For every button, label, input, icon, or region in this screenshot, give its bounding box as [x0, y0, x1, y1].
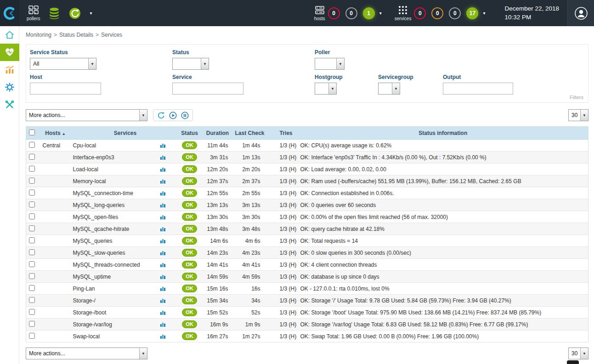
breadcrumb-item-services[interactable]: Services	[101, 32, 122, 38]
poller-dropdown-chevron-icon[interactable]: ▾	[90, 11, 92, 16]
service-link[interactable]: Cpu-local	[73, 142, 96, 149]
service-link[interactable]: MySQL_queries	[73, 238, 113, 244]
more-actions-select-top[interactable]: More actions... ▼	[26, 109, 147, 121]
output-input[interactable]	[443, 83, 513, 95]
row-checkbox[interactable]	[29, 202, 35, 207]
sidebar-item-administration[interactable]	[0, 96, 19, 113]
pollers-menu[interactable]: pollers	[27, 5, 40, 21]
service-graph-icon[interactable]	[160, 286, 166, 291]
select-all-checkbox[interactable]	[29, 129, 35, 135]
pause-button-icon[interactable]	[181, 112, 189, 119]
row-checkbox[interactable]	[29, 297, 35, 303]
service-graph-icon[interactable]	[160, 154, 166, 160]
services-menu[interactable]: services	[395, 5, 412, 21]
host-input[interactable]	[30, 83, 101, 95]
servicegroup-select[interactable]: ▼	[378, 83, 400, 95]
row-checkbox[interactable]	[29, 225, 35, 231]
service-link[interactable]: MySQL_long-queries	[73, 202, 125, 208]
service-link[interactable]: Ping-Lan	[73, 286, 95, 292]
services-counter-critical[interactable]: 0	[414, 7, 426, 19]
status-select[interactable]: ▼	[172, 58, 209, 70]
poller-select[interactable]: ▼	[315, 58, 345, 70]
service-link[interactable]: MySQL_slow-queries	[73, 250, 125, 256]
row-checkbox[interactable]	[29, 154, 35, 160]
header-status-information[interactable]: Status information	[298, 127, 588, 140]
poller-latency-status[interactable]	[68, 7, 81, 20]
services-counter-warning[interactable]: 0	[431, 7, 443, 19]
row-checkbox[interactable]	[29, 261, 35, 267]
service-link[interactable]: Storage-/	[73, 297, 96, 304]
scroll-top-button[interactable]	[567, 360, 579, 364]
service-status-select[interactable]: All ▼	[30, 58, 96, 70]
service-graph-icon[interactable]	[160, 202, 166, 208]
service-link[interactable]: MySQL_threads-connected	[73, 262, 140, 268]
row-checkbox[interactable]	[29, 249, 35, 255]
database-status[interactable]	[48, 7, 60, 20]
service-link[interactable]: MySQL_uptime	[73, 274, 111, 280]
user-menu[interactable]	[567, 0, 594, 26]
row-checkbox[interactable]	[29, 333, 35, 339]
service-link[interactable]: MySQL_connection-time	[73, 190, 133, 196]
service-graph-icon[interactable]	[160, 250, 166, 256]
service-graph-icon[interactable]	[160, 238, 166, 244]
header-status[interactable]: Status	[178, 127, 202, 140]
service-graph-icon[interactable]	[160, 214, 166, 220]
service-graph-icon[interactable]	[160, 190, 166, 196]
row-checkbox[interactable]	[29, 142, 35, 148]
page-size-select-top[interactable]: 30 ▼	[568, 109, 588, 121]
hosts-dropdown-chevron-icon[interactable]: ▾	[379, 11, 382, 16]
service-graph-icon[interactable]	[160, 178, 166, 184]
more-actions-select-bottom[interactable]: More actions... ▼	[26, 347, 147, 359]
service-graph-icon[interactable]	[160, 262, 166, 268]
host-cell[interactable]: Central	[38, 140, 73, 151]
breadcrumb-item-status-details[interactable]: Status Details	[59, 32, 93, 38]
header-duration[interactable]: Duration	[202, 127, 234, 140]
service-link[interactable]: Load-local	[73, 166, 98, 173]
service-graph-icon[interactable]	[160, 166, 166, 172]
row-checkbox[interactable]	[29, 166, 35, 172]
header-services[interactable]: Services	[73, 127, 178, 140]
services-counter-unknown[interactable]: 0	[449, 7, 461, 19]
service-graph-icon[interactable]	[160, 297, 166, 303]
row-checkbox[interactable]	[29, 213, 35, 219]
service-link[interactable]: Interface-enp0s3	[73, 154, 114, 161]
page-size-select-bottom[interactable]: 30 ▼	[568, 347, 588, 359]
service-link[interactable]: Memory-local	[73, 178, 106, 185]
service-graph-icon[interactable]	[160, 142, 166, 148]
row-checkbox[interactable]	[29, 309, 35, 315]
service-graph-icon[interactable]	[160, 321, 166, 327]
service-link[interactable]: MySQL_qcache-hitrate	[73, 226, 130, 232]
hosts-counter-unreachable[interactable]: 0	[345, 7, 357, 19]
service-link[interactable]: Storage-/var/log	[73, 321, 112, 328]
sidebar-item-configuration[interactable]	[0, 78, 19, 96]
service-link[interactable]: Swap-local	[73, 333, 100, 340]
service-graph-icon[interactable]	[160, 274, 166, 280]
header-last-check[interactable]: Last Check	[234, 127, 266, 140]
services-dropdown-chevron-icon[interactable]: ▾	[483, 11, 485, 16]
centreon-logo[interactable]	[0, 0, 19, 26]
row-checkbox[interactable]	[29, 178, 35, 184]
service-link[interactable]: Storage-/boot	[73, 309, 107, 316]
hostgroup-select[interactable]: ▼	[315, 83, 337, 95]
row-checkbox[interactable]	[29, 273, 35, 279]
header-tries[interactable]: Tries	[266, 127, 298, 140]
row-checkbox[interactable]	[29, 285, 35, 291]
row-checkbox[interactable]	[29, 190, 35, 196]
row-checkbox[interactable]	[29, 321, 35, 327]
sidebar-item-reporting[interactable]	[0, 61, 19, 78]
service-graph-icon[interactable]	[160, 309, 166, 315]
service-graph-icon[interactable]	[160, 226, 166, 232]
services-counter-ok[interactable]: 17	[466, 7, 478, 19]
breadcrumb-item-monitoring[interactable]: Monitoring	[26, 32, 51, 38]
hosts-menu[interactable]: hosts	[314, 5, 325, 21]
service-link[interactable]: MySQL_open-files	[73, 214, 119, 220]
play-button-icon[interactable]	[169, 112, 177, 119]
service-graph-icon[interactable]	[160, 333, 166, 339]
sidebar-item-home[interactable]	[0, 26, 19, 44]
service-input[interactable]	[172, 83, 243, 95]
hosts-counter-down[interactable]: 0	[328, 7, 340, 19]
header-hosts[interactable]: Hosts▲	[38, 127, 73, 140]
hosts-counter-up[interactable]: 1	[363, 7, 375, 19]
sidebar-item-monitoring[interactable]	[0, 44, 19, 61]
row-checkbox[interactable]	[29, 237, 35, 243]
